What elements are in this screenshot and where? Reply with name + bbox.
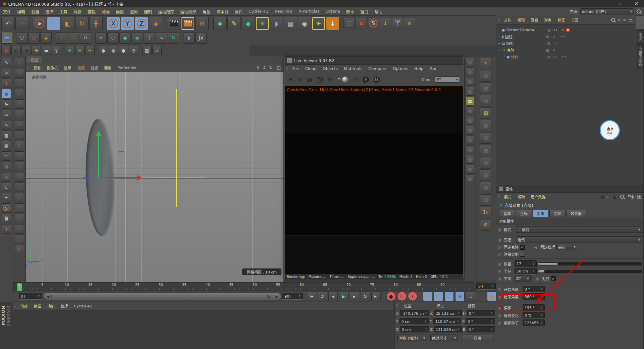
subdivision-surface-button[interactable]: ◆ [241, 17, 255, 30]
mm-menu-texture[interactable]: 纹理 [58, 303, 71, 309]
team-render-button[interactable]: ❏ [343, 18, 355, 29]
mode-select[interactable]: ∴ 放射 ▼ [516, 226, 642, 233]
play-backwards-button[interactable]: ↺ [318, 292, 327, 301]
palette-slot-icon[interactable]: ⠿ [15, 224, 24, 234]
dock-icon[interactable]: ▦ [480, 157, 491, 168]
viewport-menu-panel[interactable]: 面板 [101, 64, 115, 71]
om-menu-objects[interactable]: 对象 [541, 16, 555, 23]
size-x-field[interactable]: 25.132 cm⇕ [434, 310, 462, 317]
viewport-pan-icon[interactable]: ╋ [255, 65, 261, 70]
clones-select[interactable]: 迭代 ▼ [516, 236, 642, 243]
rot-p-field[interactable]: 0 °⇕ [466, 318, 495, 325]
viewport-menu-filter[interactable]: 过滤 [88, 64, 101, 71]
palette-slot-icon[interactable]: ⠿ [15, 172, 24, 182]
range-end-field[interactable]: 90 F⇕ [282, 293, 303, 300]
tab-object[interactable]: 对象 [533, 210, 549, 217]
home-icon[interactable]: ⌂ [618, 17, 621, 22]
menu-edit[interactable]: 编辑 [14, 8, 28, 15]
rectangle-select-button[interactable]: ▭ [2, 110, 11, 119]
anim-dot-icon[interactable]: ◎ [498, 252, 502, 256]
enable-axis-button[interactable]: ∟ [2, 183, 11, 192]
mograph-instance-button[interactable]: ◈ [131, 32, 143, 44]
camera-tag-icon[interactable]: ◉ [566, 28, 570, 32]
phong-tag-icon[interactable]: •• [560, 35, 566, 39]
live-viewer-titlebar[interactable]: Live Viewer 3.07-R2 [285, 57, 463, 65]
stepper-icon[interactable]: ⇕ [457, 320, 460, 323]
mograph-matrix-button[interactable]: ⚇ [107, 32, 119, 44]
stepper-icon[interactable]: ⇕ [424, 320, 427, 323]
shading-ball-right-button[interactable]: ◑ [21, 46, 31, 55]
lv-menu-gui[interactable]: Gui [426, 66, 439, 72]
lv-menu-objects[interactable]: Objects [320, 66, 341, 72]
snap-lock-button[interactable] [2, 214, 11, 223]
y-axis-arrowhead[interactable] [96, 131, 101, 136]
capsule-button[interactable]: ▬ [42, 46, 51, 55]
lock-y-axis[interactable]: Y [121, 17, 134, 30]
world-icon[interactable]: ⊕ [2, 68, 11, 78]
right-scroll-handle[interactable] [636, 15, 644, 30]
visibility-dots-icon[interactable]: ∶ [550, 48, 551, 52]
stepper-icon[interactable]: ⇕ [490, 328, 493, 331]
palette-slot-icon[interactable]: ⠿ [15, 235, 24, 244]
keyframe-presets-button[interactable]: ▤ [487, 292, 496, 301]
anim-dot-icon[interactable]: ◎ [498, 228, 502, 232]
viewport-tab[interactable]: 视图 [26, 56, 42, 63]
palette-slot-icon[interactable]: ⠿ [15, 131, 24, 140]
viewport-menu-cameras[interactable]: 摄像机 [44, 64, 61, 71]
viewport-rotate-icon[interactable]: ↻ [268, 65, 274, 70]
palette-slot-icon[interactable]: ⠿ [15, 245, 24, 254]
lv-menu-materials[interactable]: Materials [341, 66, 365, 72]
palette-slot-icon[interactable]: ⠿ [15, 141, 24, 150]
object-name[interactable]: 圆柱 [505, 34, 545, 39]
light-small-button[interactable]: ☀ [32, 46, 41, 55]
pos-x-field[interactable]: -140.376 cm⇕ [400, 310, 429, 317]
om-menu-file[interactable]: 文件 [501, 16, 515, 23]
object-name[interactable]: 球体 [511, 54, 546, 59]
texture-plane-button[interactable]: ▩ [142, 46, 152, 55]
lv-menu-compare[interactable]: Compare [365, 66, 389, 72]
menu-render[interactable]: 渲染 [127, 8, 141, 15]
dot-grid-button-3[interactable]: ⠿ [80, 32, 91, 44]
material-picker-icon[interactable]: M [374, 77, 380, 83]
light-button[interactable]: ☀ [312, 17, 325, 30]
anim-dot-icon[interactable]: ◎ [498, 287, 502, 292]
radius-field[interactable]: 50 cm⇕ [515, 268, 537, 275]
current-frame-field[interactable]: 0 F⇕ [19, 293, 42, 300]
visibility-dots-icon[interactable]: ∶ [552, 42, 553, 45]
material-sphere-button-1[interactable]: ● [99, 46, 108, 55]
anim-dot-icon[interactable]: ◎ [534, 245, 539, 249]
effector-button[interactable]: ◗ [183, 32, 195, 44]
dock-icon[interactable]: ▦ [466, 67, 474, 76]
layer-toggle-icon[interactable]: ▨ [546, 48, 549, 52]
loop-button[interactable]: ↻ [361, 292, 370, 301]
lock-x-axis[interactable]: X [107, 17, 120, 30]
octane-logo-button[interactable]: S [368, 18, 379, 29]
last-tool[interactable]: ╋ [89, 17, 103, 30]
menu-realflow[interactable]: RealFlow [272, 8, 296, 14]
goto-start-button[interactable]: |◀ [307, 292, 316, 301]
tab-takes[interactable]: 场次 [636, 30, 643, 44]
record-keyframe-button[interactable]: ● [386, 292, 396, 301]
apply-button[interactable]: 应用 [461, 335, 494, 341]
stepper-icon[interactable]: ⇕ [532, 262, 535, 265]
anim-dot-icon[interactable]: ◎ [498, 321, 502, 325]
anim-dot-icon[interactable]: ◎ [498, 269, 502, 273]
viewport-solo-button[interactable]: ⌖ [2, 193, 11, 202]
menu-help[interactable]: 帮助 [371, 8, 385, 15]
enable-check-icon[interactable]: ✓ [554, 42, 557, 45]
key-pla-toggle[interactable]: ⠿ [466, 292, 475, 301]
goto-end-button[interactable]: ▶| [371, 292, 381, 301]
checker-sphere-button[interactable]: ◔ [129, 46, 138, 55]
dock-icon[interactable]: ▦ [466, 165, 474, 173]
points-mode-button[interactable]: ∷ [2, 151, 11, 161]
frame-step-field[interactable]: 0 F⇕ [476, 283, 496, 290]
fx-button[interactable]: ƒx [195, 32, 207, 44]
octane-fan-icon[interactable]: ✦ [288, 76, 293, 83]
dock-icon[interactable]: ▦ [480, 120, 491, 131]
dock-icon[interactable]: ▦ [466, 155, 474, 164]
tab-coord[interactable]: 坐标 [516, 210, 532, 217]
enable-target-icon[interactable]: ⊡ [554, 28, 557, 32]
workplane-lock-button[interactable]: ↓ [2, 224, 11, 234]
undo-button[interactable]: ↶ [1, 17, 15, 30]
count-slider[interactable] [538, 262, 642, 265]
